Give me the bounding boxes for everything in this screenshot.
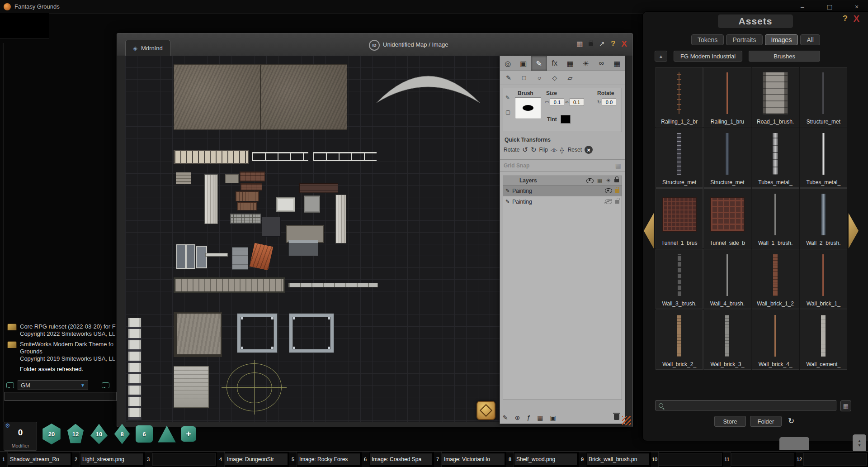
asset-tile[interactable]: Structure_met: [800, 67, 847, 127]
speaker-dropdown[interactable]: GM ▼: [18, 380, 88, 390]
grid-mode-icon[interactable]: ▦: [609, 56, 625, 71]
rotate-cw-icon[interactable]: ↻: [531, 146, 537, 154]
subfolder-brushes-button[interactable]: Brushes: [749, 51, 820, 62]
layer-lock-icon[interactable]: [615, 189, 619, 193]
assets-tab[interactable]: Portraits: [726, 34, 762, 45]
layer-visibility-icon[interactable]: [605, 199, 612, 204]
help-button[interactable]: ?: [842, 14, 848, 24]
new-group-icon[interactable]: ⊕: [515, 414, 520, 421]
delete-layer-icon[interactable]: [614, 414, 619, 420]
layers-mode-icon[interactable]: ▣: [516, 56, 532, 71]
lock-icon[interactable]: [589, 42, 593, 46]
hotkey-slot[interactable]: 8 Shelf_wood.png: [506, 452, 579, 467]
assets-tab[interactable]: Images: [765, 34, 798, 45]
hotkey-slot[interactable]: 12: [796, 452, 868, 467]
new-image-layer-icon[interactable]: ▦: [537, 414, 543, 421]
close-panel-button[interactable]: X: [854, 14, 859, 24]
light-icon[interactable]: ☀: [606, 177, 611, 184]
asset-tile[interactable]: Wall_cement_: [800, 310, 847, 370]
mask-mode-icon[interactable]: ∞: [594, 56, 609, 71]
circle-tool-icon[interactable]: ○: [533, 72, 546, 83]
brush-edit-icon[interactable]: ▢: [505, 109, 510, 115]
layer-lock-icon[interactable]: [615, 200, 619, 204]
brush-rotation-input[interactable]: [602, 98, 616, 106]
asset-tile[interactable]: Wall_brick_3_: [703, 310, 751, 370]
store-button[interactable]: Store: [714, 416, 746, 427]
expand-icon[interactable]: ↗: [599, 40, 605, 48]
paint-mode-icon[interactable]: ✎: [531, 56, 547, 71]
hotkey-slot[interactable]: 7 Image: VictorianHo: [434, 452, 506, 467]
eraser-tool-icon[interactable]: ▱: [563, 72, 577, 83]
hotkey-slot[interactable]: 10: [651, 452, 723, 467]
chat-input[interactable]: [5, 392, 117, 401]
asset-tile[interactable]: Tunnel_side_b: [703, 188, 751, 248]
d6-die[interactable]: 6: [136, 425, 153, 443]
asset-tile[interactable]: Wall_1_brush.: [752, 188, 799, 248]
asset-tile[interactable]: Wall_brick_1_: [800, 249, 847, 309]
assets-tab[interactable]: Tokens: [691, 34, 724, 45]
asset-tile[interactable]: Wall_3_brush.: [656, 249, 703, 309]
toggle-all-visibility-icon[interactable]: [586, 178, 594, 183]
asset-tile[interactable]: Wall_brick_2_: [656, 310, 703, 370]
scroll-control[interactable]: ▴▾: [853, 434, 866, 452]
d12-die[interactable]: 12: [66, 424, 85, 444]
hotkey-slot[interactable]: 9 Brick_wall_brush.pn: [579, 452, 651, 467]
assets-tab[interactable]: All: [800, 34, 820, 45]
layer-row[interactable]: ✎ Painting: [503, 186, 622, 196]
layer-row[interactable]: ✎ Painting: [503, 196, 622, 207]
asset-tile[interactable]: Wall_brick_4_: [752, 310, 799, 370]
flip-horizontal-icon[interactable]: ◁▷: [551, 147, 557, 153]
tiles-icon[interactable]: ▦: [597, 177, 602, 184]
page-left-arrow[interactable]: [644, 213, 654, 248]
asset-tile[interactable]: Wall_2_brush.: [800, 188, 847, 248]
hotkey-icon[interactable]: ▦: [576, 40, 583, 48]
asset-tile[interactable]: Road_1_brush.: [752, 67, 799, 127]
close-window-button[interactable]: X: [621, 39, 627, 49]
add-die-button[interactable]: +: [181, 426, 196, 442]
close-button[interactable]: ×: [850, 3, 863, 10]
brush-size-y-input[interactable]: [570, 98, 584, 106]
hotkey-slot[interactable]: 1 Shadow_stream_Ro: [0, 452, 72, 467]
asset-tile[interactable]: Tunnel_1_brus: [656, 188, 703, 248]
effects-mode-icon[interactable]: fx: [547, 56, 563, 71]
hotkey-slot[interactable]: 5 Image: Rocky Fores: [289, 452, 362, 467]
rectangle-tool-icon[interactable]: □: [517, 72, 531, 83]
sphere-mode-icon[interactable]: ◎: [500, 56, 516, 71]
asset-tile[interactable]: Railing_1_2_br: [656, 67, 703, 127]
new-paint-layer-icon[interactable]: ✎: [503, 414, 508, 421]
help-button[interactable]: ?: [611, 39, 615, 48]
window-resize-grip[interactable]: [622, 416, 631, 425]
hotkey-slot[interactable]: 6 Image: Crashed Spa: [362, 452, 434, 467]
asset-tile[interactable]: Structure_met: [656, 128, 703, 188]
brush-stroke-icon[interactable]: ✎: [505, 95, 510, 101]
refresh-icon[interactable]: ↻: [786, 416, 797, 426]
grid-snap-row[interactable]: Grid Snap ▦: [500, 159, 625, 172]
tab-mdrnind[interactable]: ◈ MdrnInd: [125, 40, 170, 56]
polygon-tool-icon[interactable]: ◇: [548, 72, 561, 83]
tint-color-swatch[interactable]: [561, 115, 571, 124]
asset-tile[interactable]: Wall_brick_1_2: [752, 249, 799, 309]
hotkey-slot[interactable]: 3: [145, 452, 217, 467]
d20-die[interactable]: 20: [42, 424, 61, 444]
grid-view-toggle[interactable]: ▦: [840, 400, 851, 411]
folder-button[interactable]: Folder: [750, 416, 782, 427]
folder-up-button[interactable]: ▲: [655, 51, 667, 62]
page-right-arrow[interactable]: [849, 213, 859, 248]
asset-tile[interactable]: Railing_1_bru: [703, 67, 751, 127]
layer-visibility-icon[interactable]: [605, 188, 612, 193]
asset-badge-button[interactable]: [476, 401, 495, 420]
hotkey-slot[interactable]: 11: [723, 452, 796, 467]
modifier-box[interactable]: ⚙ 0 Modifier: [4, 422, 37, 451]
d8-die[interactable]: 8: [113, 424, 131, 444]
current-folder-button[interactable]: FG Modern Industrial: [674, 51, 742, 62]
flip-vertical-icon[interactable]: ◁▷: [559, 147, 565, 153]
asset-tile[interactable]: Wall_4_brush.: [703, 249, 751, 309]
d4-die[interactable]: [157, 425, 176, 443]
rotate-ccw-icon[interactable]: ↺: [522, 146, 528, 154]
d10-die[interactable]: 10: [90, 424, 108, 444]
hotkey-slot[interactable]: 2 Light_stream.png: [72, 452, 145, 467]
asset-tile[interactable]: Tubes_metal_: [752, 128, 799, 188]
lighting-mode-icon[interactable]: ☀: [578, 56, 594, 71]
asset-tile[interactable]: Structure_met: [703, 128, 751, 188]
freehand-tool-icon[interactable]: ✎: [502, 72, 515, 83]
